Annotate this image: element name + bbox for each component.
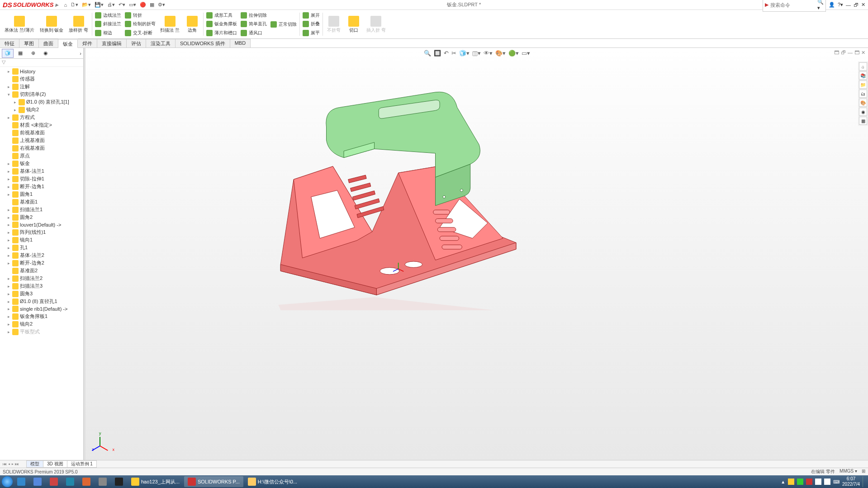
tray-volume-icon[interactable] [824, 479, 830, 485]
tree-expand-icon[interactable]: ▸ [6, 215, 11, 220]
tree-node[interactable]: ▸孔1 [0, 244, 83, 251]
tree-node[interactable]: ▸圆角3 [0, 290, 83, 298]
tray-input-icon[interactable]: ⌨ [833, 479, 840, 484]
feature-tree-body[interactable]: ▸History传感器▸注解▾切割清单(2)▸Ø1.0 (8) 直径孔1[1]▸… [0, 67, 83, 460]
bottom-tabs-nav[interactable]: ⏮ ◀ ▶ ⏭ [3, 462, 19, 466]
close-icon[interactable]: ✕ [861, 2, 865, 8]
zoom-fit-icon[interactable]: 🔍 [424, 50, 431, 57]
search-command-box[interactable]: ▶ 🔍▾ [763, 0, 826, 12]
taskbar-app-button[interactable] [46, 476, 62, 487]
simple-hole-button[interactable]: 简单直孔 [239, 20, 269, 28]
tree-node[interactable]: ▸切除-拉伸1 [0, 175, 83, 183]
taskbar-app-button[interactable]: hao123_上网从... [128, 476, 183, 487]
select-icon[interactable]: ▭▾ [129, 2, 136, 8]
settings-icon[interactable]: ⚙▾ [158, 2, 165, 8]
tree-expand-icon[interactable]: ▸ [6, 307, 11, 311]
sketched-bend-button[interactable]: 绘制的折弯 [123, 20, 157, 28]
lofted-bend-button[interactable]: 放样折 弯 [66, 11, 91, 38]
tree-node[interactable]: 右视基准面 [0, 144, 83, 152]
taskbar-app-button[interactable]: SOLIDWORKS P... [184, 476, 243, 487]
command-tab-特征[interactable]: 特征 [0, 39, 19, 47]
user-icon[interactable]: 👤 [829, 2, 835, 8]
save-icon[interactable]: 💾▾ [95, 2, 104, 8]
viewport-restore-icon[interactable]: 🗗 [841, 50, 846, 56]
command-tab-钣金[interactable]: 钣金 [58, 39, 78, 48]
command-tab-SOLIDWORKS 插件[interactable]: SOLIDWORKS 插件 [175, 39, 230, 47]
tree-expand-icon[interactable]: ▸ [6, 238, 11, 242]
command-tab-焊件[interactable]: 焊件 [78, 39, 97, 47]
bottom-tab-运动算例 1[interactable]: 运动算例 1 [67, 460, 97, 468]
home-icon[interactable]: ⌂ [64, 2, 67, 8]
search-command-input[interactable] [770, 2, 816, 8]
status-units[interactable]: MMGS ▾ [840, 469, 857, 475]
tree-expand-icon[interactable]: ▸ [6, 223, 11, 227]
tree-node[interactable]: 前视基准面 [0, 129, 83, 137]
cross-break-button[interactable]: 交叉-折断 [123, 29, 157, 37]
taskbar-app-button[interactable] [95, 476, 110, 487]
taskbar-app-button[interactable]: H:\微信公众号\0... [244, 476, 301, 487]
command-tab-MBD[interactable]: MBD [230, 39, 251, 47]
tree-node[interactable]: ▸钣金 [0, 160, 83, 167]
tree-node[interactable]: ▸镜向2 [0, 106, 83, 114]
tree-expand-icon[interactable]: ▸ [6, 192, 11, 197]
tree-node[interactable]: 上视基准面 [0, 137, 83, 144]
display-style-icon[interactable]: ◫▾ [472, 50, 481, 57]
extruded-cut-button[interactable]: 拉伸切除 [239, 12, 269, 19]
tray-icon-1[interactable] [788, 479, 794, 485]
tree-expand-icon[interactable]: ▸ [6, 276, 11, 281]
tree-node[interactable]: ▸注解 [0, 83, 83, 90]
status-custom-icon[interactable]: ⊞ [862, 469, 865, 475]
tree-node[interactable]: ▸方程式 [0, 114, 83, 121]
tree-expand-icon[interactable]: ▸ [6, 284, 11, 289]
taskbar-app-button[interactable] [79, 476, 94, 487]
edit-appearance-icon[interactable]: 🎨▾ [495, 50, 506, 57]
bottom-tab-模型[interactable]: 模型 [26, 460, 43, 468]
tree-node[interactable]: ▸阵列(线性)1 [0, 228, 83, 236]
tab-and-slot-button[interactable]: 薄片和槽口 [204, 29, 239, 37]
tree-node[interactable]: ▸断开-边角1 [0, 183, 83, 190]
edge-flange-button[interactable]: 边线法兰 [93, 12, 123, 19]
tree-expand-icon[interactable]: ▸ [6, 208, 11, 212]
normal-cut-button[interactable]: 正常切除 [269, 21, 299, 28]
tree-node[interactable]: ▸louver1(Default) -> [0, 221, 83, 228]
view-orientation-icon[interactable]: 🧊▾ [459, 50, 470, 57]
tree-expand-icon[interactable]: ▸ [6, 246, 11, 250]
viewport-close-icon[interactable]: ✕ [861, 50, 865, 56]
taskpane-view-palette-icon[interactable]: 🎨 [859, 99, 867, 107]
tree-node[interactable]: 基准面1 [0, 198, 83, 206]
tray-show-hidden-icon[interactable]: ▲ [781, 479, 785, 484]
hide-show-icon[interactable]: 👁▾ [484, 50, 493, 57]
taskpane-appearances-icon[interactable]: ◉ [859, 108, 867, 116]
tray-icon-2[interactable] [797, 479, 803, 485]
tree-expand-icon[interactable]: ▸ [6, 177, 11, 181]
taskbar-app-button[interactable] [14, 476, 29, 487]
viewport-maximize-icon[interactable]: 🗖 [854, 50, 859, 56]
hem-button[interactable]: 褶边 [93, 29, 123, 37]
tree-expand-icon[interactable]: ▸ [6, 169, 11, 174]
apply-scene-icon[interactable]: 🟢▾ [508, 50, 519, 57]
feature-tree-tab[interactable]: 🧊 [2, 49, 14, 58]
tree-node[interactable]: ▸扫描法兰1 [0, 206, 83, 213]
corner-button[interactable]: 边角 [182, 11, 202, 38]
tree-expand-icon[interactable]: ▸ [6, 115, 11, 120]
tree-node[interactable]: 传感器 [0, 75, 83, 83]
rip-button[interactable]: 切口 [344, 11, 364, 38]
tree-expand-icon[interactable]: ▸ [6, 330, 11, 334]
taskbar-app-button[interactable] [30, 476, 45, 487]
tree-node[interactable]: ▸平板型式 [0, 328, 83, 336]
tree-expand-icon[interactable]: ▸ [6, 314, 11, 319]
dimxpert-manager-tab[interactable]: ◉ [40, 49, 52, 58]
view-settings-icon[interactable]: ▭▾ [522, 50, 530, 57]
command-tab-曲面[interactable]: 曲面 [39, 39, 58, 47]
options-icon[interactable]: ▦ [150, 2, 154, 8]
search-magnify-icon[interactable]: 🔍▾ [817, 0, 824, 11]
tree-node[interactable]: ▸钣金角撑板1 [0, 313, 83, 320]
tree-node[interactable]: ▸扫描法兰2 [0, 275, 83, 282]
open-icon[interactable]: 📂▾ [82, 2, 91, 8]
print-icon[interactable]: 🖨▾ [107, 2, 115, 8]
viewport-minimize-icon[interactable]: — [848, 50, 853, 56]
tree-expand-icon[interactable]: ▸ [6, 292, 11, 296]
tree-expand-icon[interactable]: ▾ [6, 92, 11, 97]
convert-to-sheetmetal-button[interactable]: 转换到 钣金 [37, 11, 66, 38]
taskbar-clock[interactable]: 6:07 2022/7/4 [842, 476, 860, 487]
